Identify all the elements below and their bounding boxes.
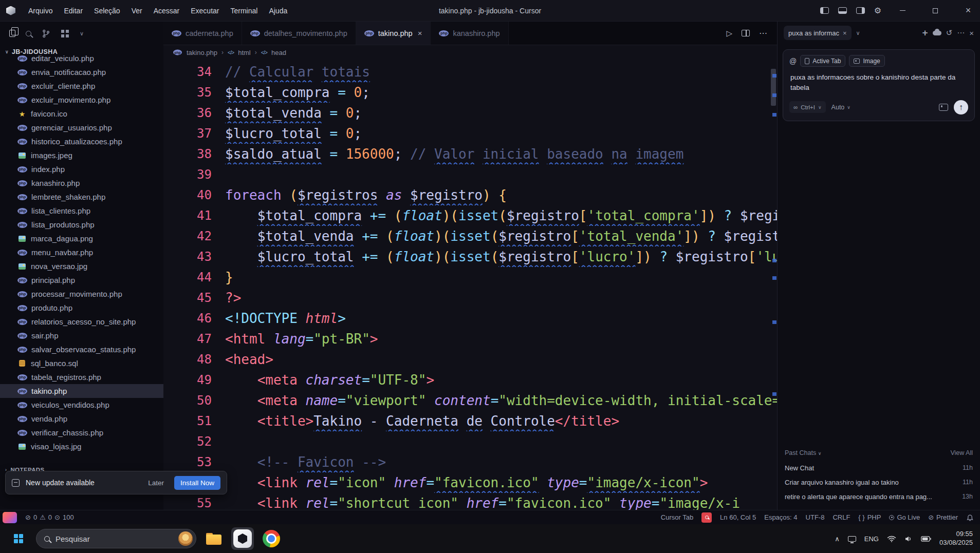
file-visao_lojas.jpg[interactable]: visao_lojas.jpg — [0, 440, 163, 453]
cursor-position[interactable]: Ln 60, Col 5 — [720, 513, 756, 521]
file-lembrete_shaken.php[interactable]: phplembrete_shaken.php — [0, 190, 163, 204]
editor-scrollbar[interactable] — [770, 60, 777, 510]
new-chat-icon[interactable]: + — [922, 27, 928, 39]
later-button[interactable]: Later — [144, 477, 168, 489]
eol-sequence[interactable]: CRLF — [833, 513, 850, 521]
cursor-app-button[interactable] — [231, 527, 254, 550]
view-all-link[interactable]: View All — [950, 449, 973, 456]
display-icon[interactable] — [848, 536, 856, 542]
file-excluir_cliente.php[interactable]: phpexcluir_cliente.php — [0, 79, 163, 93]
file-tabela_registros.php[interactable]: phptabela_registros.php — [0, 370, 163, 384]
tab-takino.php[interactable]: phptakino.php× — [356, 22, 431, 45]
chat-history-item[interactable]: Criar arquivo kanashiro igual ao takino1… — [785, 475, 973, 489]
file-gerenciar_usuarios.php[interactable]: phpgerenciar_usuarios.php — [0, 121, 163, 135]
close-panel-icon[interactable]: × — [969, 29, 974, 37]
more-actions-icon[interactable]: ⋯ — [759, 28, 768, 38]
chat-message[interactable]: puxa as informacoes sobre o kanishiro de… — [790, 72, 965, 93]
file-images.jpeg[interactable]: images.jpeg — [0, 148, 163, 162]
file-lista_clientes.php[interactable]: phplista_clientes.php — [0, 204, 163, 218]
mention-icon[interactable]: @ — [789, 57, 797, 65]
file-favicon.ico[interactable]: ★favicon.ico — [0, 107, 163, 121]
search-highlight-image[interactable] — [178, 531, 193, 546]
taskbar-search[interactable]: Pesquisar — [36, 529, 196, 548]
input-language[interactable]: ENG — [864, 535, 879, 543]
source-control-icon[interactable] — [42, 29, 50, 38]
active-tab-chip[interactable]: Active Tab — [800, 55, 845, 67]
file-relatorios_acesso_no_site.php[interactable]: phprelatorios_acesso_no_site.php — [0, 315, 163, 329]
start-button[interactable] — [7, 527, 30, 550]
chat-input-card[interactable]: @ Active Tab Image puxa as informacoes s… — [783, 49, 975, 121]
install-now-button[interactable]: Install Now — [174, 476, 220, 490]
file-editar_veiculo.php[interactable]: phpeditar_veiculo.php — [0, 51, 163, 65]
menu-terminal[interactable]: Terminal — [225, 5, 263, 17]
remote-indicator[interactable] — [3, 512, 17, 523]
file-envia_notificacao.php[interactable]: phpenvia_notificacao.php — [0, 65, 163, 79]
tab-detalhes_movimento.php[interactable]: phpdetalhes_movimento.php — [242, 22, 356, 45]
notifications-bell[interactable] — [966, 513, 974, 521]
indentation[interactable]: Espaços: 4 — [764, 513, 797, 521]
send-button[interactable]: ↑ — [954, 100, 968, 115]
tab-caderneta.php[interactable]: phpcaderneta.php — [163, 22, 242, 45]
close-icon[interactable]: × — [418, 29, 422, 37]
breadcrumb-head[interactable]: head — [271, 49, 286, 56]
code-editor[interactable]: 34// Calcular totais35$total_compra = 0;… — [163, 60, 777, 510]
tray-chevron-up-icon[interactable]: ∧ — [835, 535, 840, 543]
chrome-button[interactable] — [260, 527, 283, 550]
file-takino.php[interactable]: phptakino.php — [0, 384, 163, 398]
mode-selector[interactable]: ∞ Ctrl+I ∨ — [789, 101, 826, 113]
battery-icon[interactable] — [921, 536, 931, 542]
run-icon[interactable]: ▷ — [726, 29, 732, 38]
file-lista_produtos.php[interactable]: phplista_produtos.php — [0, 218, 163, 232]
cursor-tab-badge[interactable] — [701, 512, 712, 523]
file-processar_movimento.php[interactable]: phpprocessar_movimento.php — [0, 287, 163, 301]
more-icon[interactable]: ⋯ — [957, 28, 965, 37]
tab-kanashiro.php[interactable]: phpkanashiro.php — [431, 22, 508, 45]
file-marca_dagua.png[interactable]: marca_dagua.png — [0, 232, 163, 245]
past-chats-toggle[interactable]: Past Chats ∨ — [785, 449, 821, 456]
chat-history-item[interactable]: New Chat11h — [785, 461, 973, 475]
chat-history-item[interactable]: retire o alerta que aparece quando entra… — [785, 489, 973, 504]
wifi-icon[interactable] — [887, 535, 896, 543]
menu-executar[interactable]: Executar — [185, 5, 225, 17]
file-veiculos_vendidos.php[interactable]: phpveiculos_vendidos.php — [0, 398, 163, 412]
file-excluir_movimento.php[interactable]: phpexcluir_movimento.php — [0, 93, 163, 107]
close-icon[interactable]: × — [843, 29, 847, 37]
toggle-panel-icon[interactable] — [838, 7, 847, 14]
cloud-icon[interactable] — [933, 31, 941, 35]
toggle-primary-sidebar-icon[interactable] — [820, 7, 829, 14]
file-sql_banco.sql[interactable]: sql_banco.sql — [0, 356, 163, 370]
toggle-secondary-sidebar-icon[interactable] — [856, 7, 865, 14]
model-selector[interactable]: Auto ∨ — [831, 104, 850, 111]
file-explorer-button[interactable] — [202, 527, 225, 550]
chat-tab[interactable]: puxa as informac × — [784, 26, 852, 40]
attach-image-icon[interactable] — [939, 104, 948, 111]
close-button[interactable]: × — [956, 0, 980, 22]
clock[interactable]: 09:55 03/08/2025 — [939, 530, 973, 547]
chevron-down-icon[interactable]: ∨ — [80, 30, 84, 37]
minimize-button[interactable] — [891, 0, 914, 22]
encoding[interactable]: UTF-8 — [806, 513, 825, 521]
gear-icon[interactable]: ⚙ — [874, 7, 881, 15]
prettier-status[interactable]: ⊘ Prettier — [928, 513, 958, 521]
menu-seleção[interactable]: Seleção — [88, 5, 126, 17]
file-produto.php[interactable]: phpproduto.php — [0, 301, 163, 315]
breadcrumb-file[interactable]: takino.php — [187, 49, 217, 56]
language-mode[interactable]: { } PHP — [858, 513, 881, 521]
file-principal.php[interactable]: phpprincipal.php — [0, 273, 163, 287]
file-index.php[interactable]: phpindex.php — [0, 162, 163, 176]
menu-ver[interactable]: Ver — [126, 5, 148, 17]
extensions-icon[interactable] — [61, 30, 64, 33]
explorer-icon[interactable] — [9, 30, 15, 37]
file-historico_atualizacoes.php[interactable]: phphistorico_atualizacoes.php — [0, 135, 163, 148]
volume-icon[interactable] — [904, 535, 913, 543]
file-kanashiro.php[interactable]: phpkanashiro.php — [0, 176, 163, 190]
file-venda.php[interactable]: phpvenda.php — [0, 412, 163, 426]
menu-arquivo[interactable]: Arquivo — [23, 5, 58, 17]
history-icon[interactable]: ↺ — [946, 28, 953, 37]
menu-editar[interactable]: Editar — [58, 5, 88, 17]
maximize-button[interactable] — [923, 0, 947, 22]
cursor-tab-status[interactable]: Cursor Tab — [661, 513, 693, 521]
breadcrumb-html[interactable]: html — [238, 49, 251, 56]
file-verificar_chassis.php[interactable]: phpverificar_chassis.php — [0, 426, 163, 440]
image-chip[interactable]: Image — [849, 55, 884, 67]
